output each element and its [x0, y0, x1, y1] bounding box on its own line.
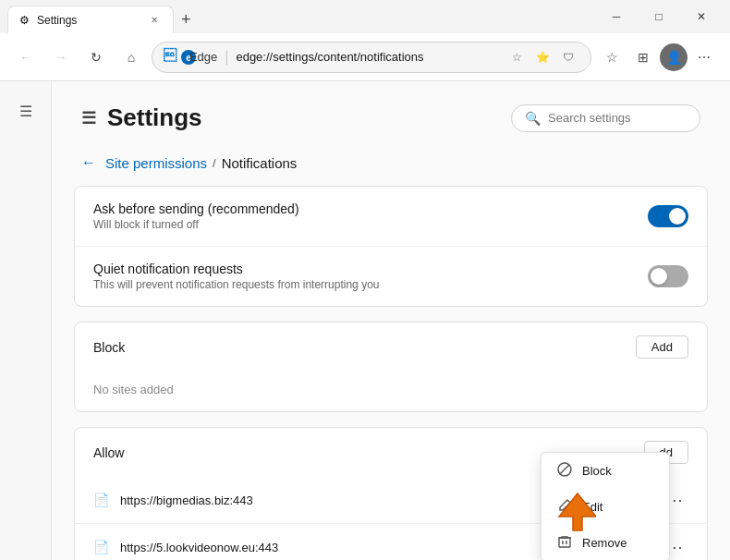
address-bar[interactable]:  e Edge | edge://settings/content/notif… — [152, 42, 591, 73]
site-file-icon-1: 📄 — [93, 493, 109, 507]
context-remove-label: Remove — [582, 536, 627, 550]
context-menu: Block Edit Remove — [541, 452, 670, 560]
address-divider: | — [225, 49, 228, 66]
collections-button[interactable]: ⊞ — [628, 43, 658, 72]
breadcrumb-back-button[interactable]: ← — [81, 154, 96, 171]
ask-before-sending-toggle[interactable] — [648, 205, 688, 227]
settings-header: ☰ Settings 🔍 — [52, 81, 730, 147]
allow-card: Allow dd 📄 https://bigmedias.biz:443 ⋯ 📄… — [74, 427, 708, 560]
block-section-title: Block — [93, 340, 125, 355]
more-actions-button[interactable]: ⋯ — [689, 43, 719, 72]
tab-title-label: Settings — [37, 14, 140, 27]
settings-content: ☰ Settings 🔍 ← Site permissions / Notifi… — [52, 81, 730, 560]
minimize-button[interactable]: ─ — [595, 0, 638, 33]
forward-icon: → — [55, 50, 67, 65]
active-tab[interactable]: ⚙ Settings ✕ — [7, 6, 174, 33]
sidebar-menu-item[interactable]: ☰ — [7, 92, 44, 129]
refresh-button[interactable]: ↻ — [81, 43, 111, 72]
allow-section-title: Allow — [93, 445, 124, 460]
site-file-icon-2: 📄 — [93, 540, 109, 554]
notifications-settings-card: Ask before sending (recommended) Will bl… — [74, 186, 708, 307]
forward-button[interactable]: → — [46, 43, 76, 72]
address-url-text: edge://settings/content/notifications — [236, 50, 498, 64]
search-settings-input[interactable] — [548, 111, 687, 125]
hamburger-icon: ☰ — [19, 103, 32, 120]
window-close-button[interactable]: ✕ — [680, 0, 723, 33]
favorites-star-icon: ☆ — [606, 50, 618, 65]
settings-menu-icon[interactable]: ☰ — [81, 108, 96, 128]
main-area: ☰ ☰ Settings 🔍 ← Site permissions / Noti… — [0, 81, 730, 560]
quiet-notifications-toggle[interactable] — [648, 265, 688, 287]
context-menu-block-item[interactable]: Block — [541, 453, 669, 489]
more-icon: ⋯ — [698, 50, 711, 65]
context-menu-remove-item[interactable]: Remove — [541, 525, 669, 560]
maximize-button[interactable]: □ — [638, 0, 680, 33]
context-menu-edit-item[interactable]: Edit — [541, 489, 669, 525]
favorites-button[interactable]: ☆ — [597, 43, 627, 72]
ask-before-sending-info: Ask before sending (recommended) Will bl… — [93, 201, 648, 231]
sidebar: ☰ — [0, 81, 52, 560]
quiet-notifications-row: Quiet notification requests This will pr… — [75, 247, 707, 306]
quiet-notifications-desc: This will prevent notification requests … — [93, 278, 648, 291]
navbar: ← → ↻ ⌂  e Edge | edge://settings/conte… — [0, 33, 730, 81]
site-permissions-link[interactable]: Site permissions — [105, 155, 207, 171]
nav-right-area: ☆ ⊞ 👤 ⋯ — [597, 43, 719, 72]
tab-area: ⚙ Settings ✕ + — [7, 0, 595, 33]
breadcrumb-separator: / — [213, 156, 216, 170]
window-controls: ─ □ ✕ — [595, 0, 723, 33]
block-menu-icon — [556, 462, 573, 480]
breadcrumb-current-page: Notifications — [222, 155, 298, 171]
search-settings-box[interactable]: 🔍 — [511, 104, 700, 132]
ask-before-sending-label: Ask before sending (recommended) — [93, 201, 648, 216]
breadcrumb: ← Site permissions / Notifications — [52, 147, 730, 186]
context-edit-label: Edit — [582, 500, 602, 514]
block-no-sites-text: No sites added — [75, 371, 707, 411]
titlebar: ⚙ Settings ✕ + ─ □ ✕ — [0, 0, 730, 33]
home-button[interactable]: ⌂ — [116, 43, 146, 72]
favorites-icon[interactable]: ☆ — [505, 46, 528, 68]
ask-before-sending-row: Ask before sending (recommended) Will bl… — [75, 187, 707, 247]
search-icon: 🔍 — [525, 111, 541, 126]
tab-close-button[interactable]: ✕ — [147, 13, 162, 27]
quiet-notifications-label: Quiet notification requests — [93, 262, 648, 276]
address-edge-label: Edge — [189, 50, 217, 64]
home-icon: ⌂ — [128, 50, 135, 65]
remove-menu-icon — [556, 534, 573, 552]
refresh-icon: ↻ — [91, 50, 102, 65]
block-header-row: Block Add — [75, 323, 707, 371]
collections-icon[interactable]: ⭐ — [531, 46, 554, 68]
svg-line-3 — [560, 465, 569, 474]
context-block-label: Block — [582, 464, 612, 478]
back-button[interactable]: ← — [11, 43, 41, 72]
profile-icon: 👤 — [666, 50, 682, 65]
ask-before-sending-desc: Will block if turned off — [93, 218, 648, 231]
block-card: Block Add No sites added — [74, 322, 708, 412]
tab-favicon-icon: ⚙ — [19, 14, 30, 27]
new-tab-button[interactable]: + — [174, 6, 199, 33]
back-icon: ← — [19, 50, 32, 65]
profile-avatar[interactable]: 👤 — [660, 43, 687, 71]
edit-menu-icon — [556, 498, 573, 516]
address-action-icons: ☆ ⭐ 🛡 — [505, 46, 579, 68]
collections-icon2: ⊞ — [638, 50, 649, 65]
settings-title-text: Settings — [107, 103, 202, 132]
svg-rect-4 — [559, 538, 570, 547]
browser-essentials-icon[interactable]: 🛡 — [557, 46, 579, 68]
block-add-button[interactable]: Add — [636, 335, 688, 359]
settings-title-area: ☰ Settings — [81, 103, 202, 132]
quiet-notifications-info: Quiet notification requests This will pr… — [93, 262, 648, 291]
